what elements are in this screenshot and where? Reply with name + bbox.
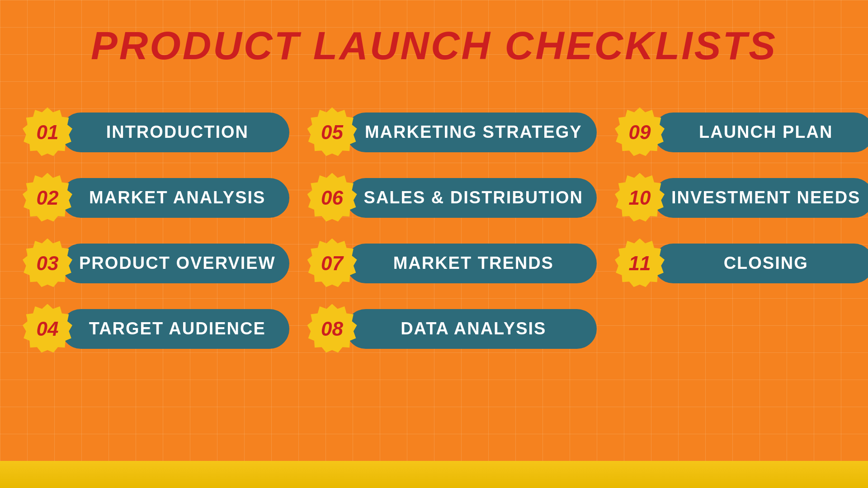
pill-label: CLOSING <box>724 253 808 273</box>
badge: 08 <box>307 304 357 354</box>
page-title: PRODUCT LAUNCH CHECKLISTS <box>0 0 868 69</box>
pill: SALES & DISTRIBUTION <box>346 178 597 218</box>
badge: 10 <box>615 173 665 223</box>
badge-number: 09 <box>629 122 651 142</box>
badge: 03 <box>23 239 72 288</box>
pill-label: PRODUCT OVERVIEW <box>79 253 276 273</box>
pill-label: DATA ANALYSIS <box>401 319 546 338</box>
pill-label: LAUNCH PLAN <box>699 122 833 142</box>
pill-label: TARGET AUDIENCE <box>89 319 266 338</box>
badge: 11 <box>615 239 665 288</box>
badge: 09 <box>615 108 665 157</box>
badge-number: 11 <box>629 253 651 273</box>
pill: TARGET AUDIENCE <box>61 309 289 349</box>
badge-number: 03 <box>37 253 59 273</box>
pill: INTRODUCTION <box>61 113 289 152</box>
pill-label: INVESTMENT NEEDS <box>671 188 860 207</box>
pill-label: MARKET ANALYSIS <box>89 188 265 207</box>
badge-number: 02 <box>37 188 59 208</box>
checklist-item[interactable]: 01 INTRODUCTION <box>23 104 289 160</box>
badge-number: 07 <box>321 253 343 273</box>
pill: CLOSING <box>653 244 868 283</box>
checklist-item[interactable]: 09 LAUNCH PLAN <box>615 104 868 160</box>
badge: 07 <box>307 239 357 288</box>
badge: 02 <box>23 173 72 223</box>
badge: 05 <box>307 108 357 157</box>
badge-number: 05 <box>321 122 343 142</box>
checklist-item[interactable]: 03 PRODUCT OVERVIEW <box>23 235 289 291</box>
badge-number: 08 <box>321 319 343 339</box>
pill-label: SALES & DISTRIBUTION <box>364 188 583 207</box>
checklist-item[interactable]: 02 MARKET ANALYSIS <box>23 169 289 226</box>
pill: INVESTMENT NEEDS <box>653 178 868 218</box>
checklist-item[interactable]: 07 MARKET TRENDS <box>307 235 597 291</box>
badge: 01 <box>23 108 72 157</box>
checklist-item[interactable]: 06 SALES & DISTRIBUTION <box>307 169 597 226</box>
checklist-item[interactable]: 05 MARKETING STRATEGY <box>307 104 597 160</box>
checklist-item[interactable]: 10 INVESTMENT NEEDS <box>615 169 868 226</box>
pill-label: MARKETING STRATEGY <box>365 122 582 142</box>
badge-number: 01 <box>37 122 59 142</box>
pill: MARKET TRENDS <box>346 244 597 283</box>
pill-label: MARKET TRENDS <box>393 253 554 273</box>
badge: 04 <box>23 304 72 354</box>
pill: LAUNCH PLAN <box>653 113 868 152</box>
pill: PRODUCT OVERVIEW <box>61 244 289 283</box>
badge: 06 <box>307 173 357 223</box>
badge-number: 04 <box>37 319 59 339</box>
bottom-bar <box>0 461 868 488</box>
pill-label: INTRODUCTION <box>106 122 249 142</box>
badge-number: 06 <box>321 188 343 208</box>
checklist-item[interactable]: 04 TARGET AUDIENCE <box>23 300 289 357</box>
pill: MARKETING STRATEGY <box>346 113 597 152</box>
checklist-item[interactable]: 08 DATA ANALYSIS <box>307 300 597 357</box>
checklist-item[interactable]: 11 CLOSING <box>615 235 868 291</box>
badge-number: 10 <box>629 188 651 208</box>
pill: DATA ANALYSIS <box>346 309 597 349</box>
pill: MARKET ANALYSIS <box>61 178 289 218</box>
checklist-grid: 01 INTRODUCTION 05 MARKETING STRATEGY 09 <box>23 104 845 357</box>
